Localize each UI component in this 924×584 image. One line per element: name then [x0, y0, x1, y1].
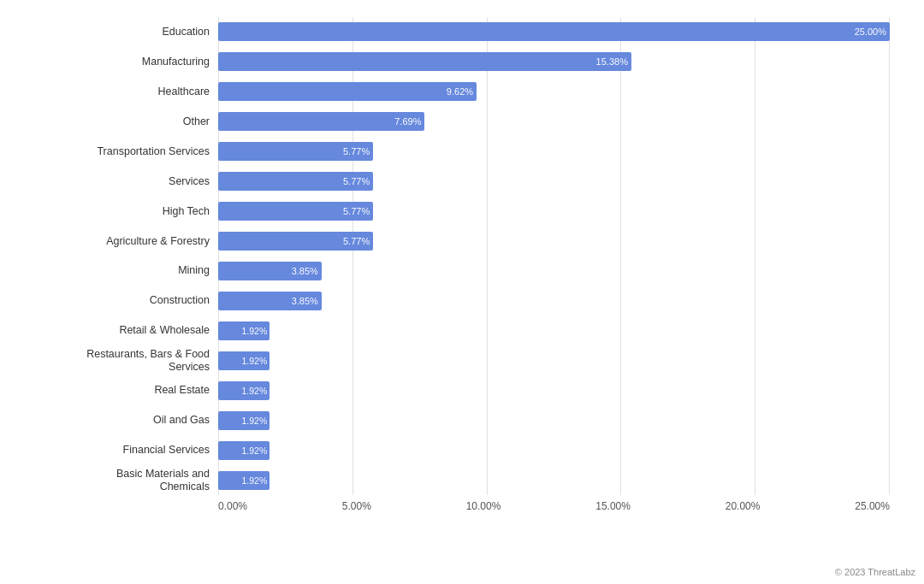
- bar-row: Mining3.85%: [9, 259, 890, 283]
- bar-label: Basic Materials andChemicals: [9, 468, 218, 493]
- x-axis-label: 0.00%: [218, 500, 247, 512]
- bar-track: 15.38%: [218, 52, 890, 71]
- bar-fill: 1.92%: [218, 441, 270, 460]
- bar-value: 1.92%: [242, 445, 268, 456]
- bar-label: Other: [9, 115, 218, 128]
- x-axis-label: 25.00%: [855, 500, 890, 512]
- bar-label: Agriculture & Forestry: [9, 235, 218, 248]
- bar-track: 1.92%: [218, 441, 890, 460]
- bar-fill: 3.85%: [218, 292, 322, 310]
- bar-label: Construction: [9, 294, 218, 307]
- bar-row: Retail & Wholesale1.92%: [9, 319, 890, 343]
- bar-fill: 5.77%: [218, 172, 373, 191]
- x-axis-label: 10.00%: [466, 500, 501, 512]
- bar-row: Oil and Gas1.92%: [9, 409, 890, 433]
- bar-row: Healthcare9.62%: [9, 80, 890, 103]
- bar-value: 5.77%: [343, 206, 370, 216]
- bar-value: 1.92%: [242, 475, 268, 486]
- bar-value: 9.62%: [447, 86, 473, 97]
- bar-label: Mining: [9, 264, 218, 277]
- bar-fill: 1.92%: [218, 381, 270, 400]
- bar-value: 3.85%: [292, 266, 318, 276]
- bar-row: Manufacturing15.38%: [9, 50, 890, 74]
- bar-fill: 1.92%: [218, 321, 270, 340]
- x-axis-label: 15.00%: [595, 500, 631, 512]
- bar-fill: 25.00%: [218, 22, 890, 41]
- bar-value: 1.92%: [242, 326, 268, 336]
- bar-value: 1.92%: [242, 356, 268, 366]
- bar-row: Basic Materials andChemicals1.92%: [9, 469, 890, 493]
- bar-row: High Tech5.77%: [9, 199, 890, 223]
- bar-track: 5.77%: [218, 142, 890, 161]
- bar-row: Other7.69%: [9, 109, 890, 133]
- bar-track: 1.92%: [218, 321, 890, 340]
- bar-label: Oil and Gas: [9, 414, 218, 427]
- bar-track: 5.77%: [218, 232, 890, 251]
- bar-row: Construction3.85%: [9, 289, 890, 313]
- bar-label: High Tech: [9, 205, 218, 218]
- bar-label: Retail & Wholesale: [9, 324, 218, 337]
- bar-track: 1.92%: [218, 351, 890, 370]
- chart-area: Education25.00%Manufacturing15.38%Health…: [9, 17, 890, 495]
- bar-row: Transportation Services5.77%: [9, 139, 890, 163]
- bar-row: Services5.77%: [9, 169, 890, 193]
- bar-value: 5.77%: [343, 176, 370, 186]
- bar-fill: 1.92%: [218, 471, 270, 490]
- bar-value: 3.85%: [292, 296, 318, 306]
- bar-label: Financial Services: [9, 444, 218, 457]
- bar-value: 1.92%: [242, 386, 268, 396]
- bar-label: Real Estate: [9, 384, 218, 397]
- bar-label: Restaurants, Bars & FoodServices: [9, 348, 218, 374]
- bar-label: Transportation Services: [9, 145, 218, 158]
- bar-fill: 5.77%: [218, 202, 373, 221]
- bar-track: 7.69%: [218, 112, 890, 131]
- bar-fill: 15.38%: [218, 52, 631, 71]
- bar-value: 5.77%: [343, 236, 370, 246]
- bar-fill: 3.85%: [218, 262, 322, 280]
- bar-track: 1.92%: [218, 381, 890, 400]
- footer: © 2023 ThreatLabz: [0, 563, 924, 584]
- x-axis-label: 20.00%: [726, 500, 761, 512]
- bar-label: Manufacturing: [9, 56, 218, 68]
- bar-track: 9.62%: [218, 82, 890, 101]
- bar-row: Real Estate1.92%: [9, 379, 890, 403]
- bar-fill: 5.77%: [218, 232, 373, 251]
- bars-wrapper: Education25.00%Manufacturing15.38%Health…: [9, 17, 890, 495]
- bar-row: Agriculture & Forestry5.77%: [9, 229, 890, 253]
- bar-fill: 7.69%: [218, 112, 424, 131]
- bar-value: 7.69%: [394, 116, 421, 127]
- bar-track: 1.92%: [218, 411, 890, 430]
- bar-fill: 1.92%: [218, 411, 270, 430]
- bar-row: Restaurants, Bars & FoodServices1.92%: [9, 349, 890, 373]
- bar-value: 5.77%: [343, 146, 370, 156]
- bar-value: 1.92%: [242, 416, 268, 426]
- bar-track: 1.92%: [218, 471, 890, 490]
- bar-label: Education: [9, 26, 218, 38]
- bar-track: 5.77%: [218, 172, 890, 191]
- bar-fill: 1.92%: [218, 351, 270, 370]
- bar-fill: 9.62%: [218, 82, 477, 101]
- bar-row: Education25.00%: [9, 20, 890, 44]
- bar-value: 25.00%: [855, 27, 886, 37]
- bar-row: Financial Services1.92%: [9, 439, 890, 463]
- bar-track: 25.00%: [218, 22, 890, 41]
- bar-track: 5.77%: [218, 202, 890, 221]
- copyright-text: © 2023 ThreatLabz: [835, 567, 915, 577]
- bar-fill: 5.77%: [218, 142, 373, 161]
- bar-track: 3.85%: [218, 262, 890, 280]
- bar-value: 15.38%: [596, 56, 628, 67]
- bar-label: Services: [9, 175, 218, 188]
- bar-track: 3.85%: [218, 292, 890, 310]
- chart-container: Education25.00%Manufacturing15.38%Health…: [0, 0, 924, 563]
- x-axis: 0.00%5.00%10.00%15.00%20.00%25.00%: [218, 500, 890, 512]
- bar-label: Healthcare: [9, 86, 218, 98]
- x-axis-label: 5.00%: [342, 500, 371, 512]
